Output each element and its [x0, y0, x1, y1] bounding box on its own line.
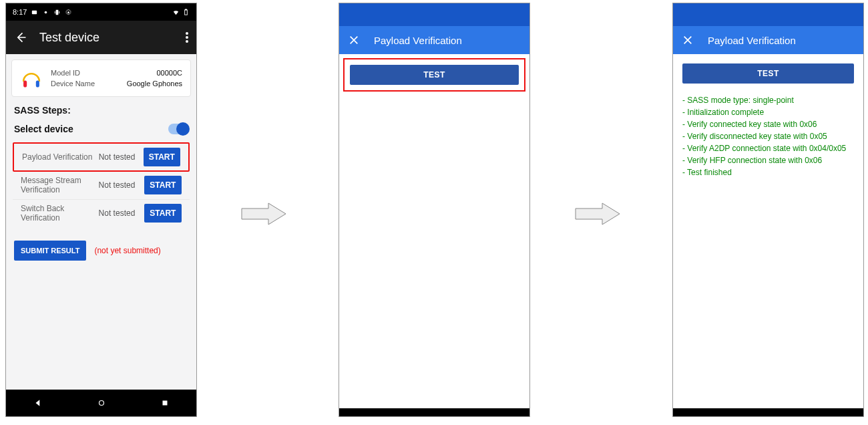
result-line: - Test finished — [682, 166, 854, 178]
device-card: Model ID 00000C Device Name Google Gphon… — [11, 59, 191, 97]
svg-rect-0 — [32, 10, 37, 14]
dialog-title: Payload Verification — [374, 35, 462, 46]
step-row-switch-back: Switch Back Verification Not tested STAR… — [13, 200, 190, 227]
nav-recent-icon[interactable] — [160, 398, 170, 408]
svg-point-1 — [45, 11, 47, 13]
test-button[interactable]: TEST — [350, 65, 519, 85]
card-icon — [31, 9, 38, 16]
step-status: Not tested — [99, 152, 144, 162]
svg-rect-5 — [23, 80, 27, 87]
phone-screen-2: Payload Verification TEST — [339, 3, 530, 417]
bottom-bar — [673, 408, 863, 416]
step-status: Not tested — [99, 208, 144, 218]
start-button-payload[interactable]: START — [144, 148, 180, 166]
svg-rect-4 — [186, 9, 187, 9]
android-nav-bar — [6, 390, 196, 416]
step-name: Message Stream Verification — [21, 176, 99, 195]
result-line: - Verify HFP connection state with 0x06 — [682, 154, 854, 166]
test-button-highlight: TEST — [343, 58, 525, 92]
wifi-icon — [172, 9, 180, 16]
submit-status: (not yet submitted) — [94, 246, 160, 255]
submit-row: SUBMIT RESULT (not yet submitted) — [6, 229, 196, 273]
step-name: Payload Verification — [22, 152, 99, 162]
gear-icon — [65, 9, 72, 16]
dialog-header: Payload Verification — [339, 26, 529, 54]
step-row-payload: Payload Verification Not tested START — [13, 142, 190, 172]
back-arrow-icon[interactable] — [14, 31, 27, 44]
status-time: 8:17 — [13, 8, 27, 16]
phone-screen-3: Payload Verification TEST - SASS mode ty… — [672, 3, 864, 417]
test-button[interactable]: TEST — [682, 63, 854, 84]
bottom-bar — [339, 408, 529, 416]
select-device-toggle[interactable] — [168, 124, 188, 134]
result-line: - Verify A2DP connection state with 0x04… — [682, 142, 854, 154]
device-name-value: Google Gphones — [127, 80, 182, 88]
close-icon[interactable] — [349, 35, 359, 45]
result-line: - Verify disconnected key state with 0x0… — [682, 130, 854, 142]
top-banner — [339, 3, 529, 26]
page-title: Test device — [39, 31, 186, 45]
step-row-message-stream: Message Stream Verification Not tested S… — [13, 172, 190, 200]
status-bar: 8:17 — [6, 3, 196, 21]
dialog-header: Payload Verification — [673, 26, 863, 54]
device-name-label: Device Name — [51, 80, 95, 88]
nav-home-icon[interactable] — [97, 398, 106, 408]
dot-icon — [42, 9, 49, 16]
battery-icon — [182, 9, 190, 16]
more-menu-icon[interactable] — [186, 32, 188, 43]
close-icon[interactable] — [682, 35, 693, 45]
phone-screen-1: 8:17 Test device — [5, 3, 197, 417]
result-line: - Verify connected key state with 0x06 — [682, 118, 854, 130]
headphones-icon — [20, 67, 43, 90]
top-banner — [673, 3, 863, 26]
result-line: - SASS mode type: single-point — [682, 94, 854, 106]
svg-rect-3 — [185, 9, 188, 14]
model-id-value: 00000C — [156, 69, 182, 77]
title-bar: Test device — [6, 21, 196, 54]
svg-rect-6 — [36, 80, 39, 87]
sass-steps-heading: SASS Steps: — [6, 101, 196, 120]
dialog-body: TEST — [339, 54, 529, 408]
start-button-message-stream[interactable]: START — [144, 176, 182, 194]
submit-result-button[interactable]: SUBMIT RESULT — [14, 241, 86, 261]
select-device-label: Select device — [14, 124, 73, 134]
test-results: - SASS mode type: single-point - Initial… — [682, 94, 854, 178]
step-name: Switch Back Verification — [21, 204, 99, 223]
svg-point-7 — [99, 401, 103, 406]
flow-arrow-icon — [240, 202, 287, 226]
dialog-title: Payload Verification — [708, 35, 796, 46]
nav-back-icon[interactable] — [33, 398, 43, 408]
dialog-body: TEST - SASS mode type: single-point - In… — [673, 54, 863, 408]
vibrate-icon — [53, 9, 61, 16]
start-button-switch-back[interactable]: START — [144, 204, 182, 223]
model-id-label: Model ID — [51, 69, 80, 77]
step-status: Not tested — [99, 180, 144, 190]
flow-arrow-icon — [574, 202, 621, 226]
svg-rect-8 — [162, 401, 167, 406]
result-line: - Initialization complete — [682, 106, 854, 118]
svg-point-2 — [68, 11, 70, 13]
